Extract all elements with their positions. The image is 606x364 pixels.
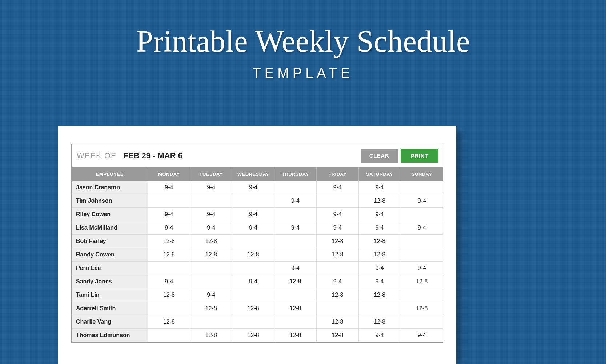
shift-cell[interactable]: 12-8 bbox=[358, 315, 401, 329]
shift-cell[interactable]: 9-4 bbox=[401, 262, 443, 275]
shift-cell[interactable]: 9-4 bbox=[232, 181, 274, 194]
table-row: Charlie Vang12-812-812-8 bbox=[72, 315, 443, 329]
shift-cell[interactable]: 9-4 bbox=[190, 208, 232, 221]
shift-cell[interactable] bbox=[401, 248, 443, 262]
shift-cell[interactable]: 12-8 bbox=[316, 315, 358, 329]
shift-cell[interactable] bbox=[148, 262, 190, 275]
shift-cell[interactable]: 9-4 bbox=[401, 194, 443, 208]
employee-name-cell: Thomas Edmunson bbox=[72, 329, 148, 342]
shift-cell[interactable]: 9-4 bbox=[274, 194, 317, 208]
shift-cell[interactable] bbox=[232, 235, 274, 248]
shift-cell[interactable] bbox=[274, 181, 317, 194]
shift-cell[interactable]: 12-8 bbox=[401, 275, 443, 288]
shift-cell[interactable]: 9-4 bbox=[401, 329, 443, 342]
shift-cell[interactable]: 12-8 bbox=[232, 248, 274, 262]
shift-cell[interactable]: 12-8 bbox=[316, 248, 358, 262]
print-button[interactable]: PRINT bbox=[401, 149, 438, 163]
schedule-toolbar: WEEK OF FEB 29 - MAR 6 CLEAR PRINT bbox=[72, 144, 443, 167]
shift-cell[interactable]: 9-4 bbox=[232, 221, 274, 235]
shift-cell[interactable]: 12-8 bbox=[358, 194, 401, 208]
shift-cell[interactable] bbox=[358, 302, 401, 315]
table-row: Tim Johnson9-412-89-4 bbox=[72, 194, 443, 208]
shift-cell[interactable]: 12-8 bbox=[148, 288, 190, 302]
shift-cell[interactable]: 9-4 bbox=[316, 275, 358, 288]
shift-cell[interactable]: 9-4 bbox=[358, 208, 401, 221]
employee-name-cell: Lisa McMilland bbox=[72, 221, 148, 235]
shift-cell[interactable] bbox=[316, 194, 358, 208]
shift-cell[interactable]: 12-8 bbox=[316, 288, 358, 302]
shift-cell[interactable] bbox=[148, 329, 190, 342]
shift-cell[interactable]: 9-4 bbox=[316, 221, 358, 235]
table-row: Lisa McMilland9-49-49-49-49-49-49-4 bbox=[72, 221, 443, 235]
shift-cell[interactable] bbox=[190, 262, 232, 275]
table-body: Jason Cranston9-49-49-49-49-4Tim Johnson… bbox=[72, 181, 443, 342]
shift-cell[interactable] bbox=[274, 315, 317, 329]
shift-cell[interactable]: 9-4 bbox=[358, 221, 401, 235]
shift-cell[interactable] bbox=[274, 288, 317, 302]
employee-name-cell: Jason Cranston bbox=[72, 181, 148, 194]
shift-cell[interactable]: 12-8 bbox=[148, 315, 190, 329]
table-row: Jason Cranston9-49-49-49-49-4 bbox=[72, 181, 443, 194]
shift-cell[interactable] bbox=[316, 302, 358, 315]
shift-cell[interactable]: 9-4 bbox=[190, 181, 232, 194]
shift-cell[interactable] bbox=[190, 315, 232, 329]
shift-cell[interactable]: 9-4 bbox=[148, 181, 190, 194]
shift-cell[interactable] bbox=[401, 315, 443, 329]
shift-cell[interactable] bbox=[401, 181, 443, 194]
shift-cell[interactable]: 9-4 bbox=[274, 221, 317, 235]
shift-cell[interactable]: 12-8 bbox=[274, 329, 317, 342]
shift-cell[interactable] bbox=[274, 235, 317, 248]
shift-cell[interactable]: 9-4 bbox=[316, 208, 358, 221]
shift-cell[interactable]: 12-8 bbox=[358, 235, 401, 248]
shift-cell[interactable]: 12-8 bbox=[232, 302, 274, 315]
shift-cell[interactable]: 9-4 bbox=[148, 221, 190, 235]
shift-cell[interactable] bbox=[401, 288, 443, 302]
shift-cell[interactable]: 9-4 bbox=[316, 181, 358, 194]
shift-cell[interactable] bbox=[190, 194, 232, 208]
shift-cell[interactable] bbox=[401, 235, 443, 248]
employee-name-cell: Tami Lin bbox=[72, 288, 148, 302]
shift-cell[interactable]: 12-8 bbox=[274, 275, 317, 288]
clear-button[interactable]: CLEAR bbox=[361, 149, 398, 163]
shift-cell[interactable]: 12-8 bbox=[232, 329, 274, 342]
shift-cell[interactable]: 9-4 bbox=[358, 329, 401, 342]
shift-cell[interactable]: 9-4 bbox=[358, 275, 401, 288]
shift-cell[interactable]: 12-8 bbox=[148, 248, 190, 262]
shift-cell[interactable] bbox=[232, 288, 274, 302]
table-header: EMPLOYEEMONDAYTUESDAYWEDNESDAYTHURSDAYFR… bbox=[72, 167, 443, 181]
shift-cell[interactable]: 12-8 bbox=[358, 248, 401, 262]
shift-cell[interactable]: 9-4 bbox=[148, 208, 190, 221]
shift-cell[interactable]: 9-4 bbox=[190, 221, 232, 235]
shift-cell[interactable] bbox=[401, 208, 443, 221]
shift-cell[interactable]: 9-4 bbox=[358, 262, 401, 275]
shift-cell[interactable]: 12-8 bbox=[316, 235, 358, 248]
shift-cell[interactable] bbox=[190, 275, 232, 288]
employee-name-cell: Randy Cowen bbox=[72, 248, 148, 262]
employee-name-cell: Bob Farley bbox=[72, 235, 148, 248]
shift-cell[interactable]: 12-8 bbox=[190, 302, 232, 315]
shift-cell[interactable] bbox=[232, 315, 274, 329]
shift-cell[interactable]: 12-8 bbox=[316, 329, 358, 342]
shift-cell[interactable] bbox=[274, 208, 317, 221]
shift-cell[interactable]: 12-8 bbox=[190, 329, 232, 342]
shift-cell[interactable] bbox=[148, 302, 190, 315]
shift-cell[interactable]: 12-8 bbox=[148, 235, 190, 248]
shift-cell[interactable]: 9-4 bbox=[190, 288, 232, 302]
shift-cell[interactable]: 12-8 bbox=[401, 302, 443, 315]
shift-cell[interactable]: 9-4 bbox=[232, 275, 274, 288]
shift-cell[interactable]: 12-8 bbox=[358, 288, 401, 302]
shift-cell[interactable]: 12-8 bbox=[274, 302, 317, 315]
shift-cell[interactable]: 9-4 bbox=[358, 181, 401, 194]
shift-cell[interactable] bbox=[148, 194, 190, 208]
shift-cell[interactable]: 9-4 bbox=[401, 221, 443, 235]
shift-cell[interactable] bbox=[232, 262, 274, 275]
shift-cell[interactable] bbox=[274, 248, 317, 262]
shift-cell[interactable] bbox=[232, 194, 274, 208]
schedule-table: EMPLOYEEMONDAYTUESDAYWEDNESDAYTHURSDAYFR… bbox=[72, 167, 443, 342]
shift-cell[interactable] bbox=[316, 262, 358, 275]
shift-cell[interactable]: 9-4 bbox=[274, 262, 317, 275]
shift-cell[interactable]: 12-8 bbox=[190, 248, 232, 262]
shift-cell[interactable]: 12-8 bbox=[190, 235, 232, 248]
shift-cell[interactable]: 9-4 bbox=[148, 275, 190, 288]
shift-cell[interactable]: 9-4 bbox=[232, 208, 274, 221]
